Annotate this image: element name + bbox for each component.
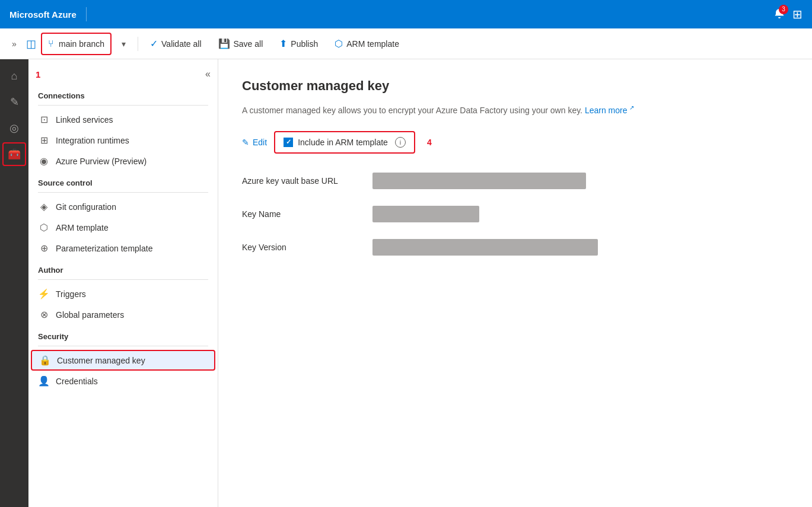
monitor-icon: ◎: [9, 122, 19, 135]
nav-item-credentials[interactable]: 👤 Credentials: [28, 371, 218, 391]
description-text: A customer managed key allows you to enc…: [242, 106, 582, 115]
main-layout: ⌂ ✎ ◎ 🧰 2 1 « Connections ⊡ Linked servi…: [0, 59, 812, 507]
save-icon: 💾: [218, 38, 230, 49]
azure-icon: ◫: [26, 37, 36, 50]
nav-item-integration-runtimes[interactable]: ⊞ Integration runtimes: [28, 130, 218, 151]
key-version-field: Key Version: [242, 239, 788, 256]
info-icon[interactable]: i: [395, 137, 406, 148]
connections-section-label: Connections: [28, 84, 218, 104]
include-arm-checkbox[interactable]: ✓: [284, 138, 293, 147]
branch-selector[interactable]: ⑂ main branch: [41, 33, 112, 55]
nav-item-customer-managed-key[interactable]: 3 🔒 Customer managed key: [31, 350, 215, 371]
arm-icon: ⬡: [335, 38, 343, 49]
checkbox-check-icon: ✓: [286, 138, 291, 146]
author-section-label: Author: [28, 259, 218, 278]
page-description: A customer managed key allows you to enc…: [242, 103, 788, 117]
publish-button[interactable]: ⬆ Publish: [272, 33, 325, 55]
integration-runtimes-icon: ⊞: [38, 135, 50, 146]
edit-button[interactable]: ✎ Edit: [242, 138, 267, 147]
icon-sidebar: ⌂ ✎ ◎ 🧰 2: [0, 59, 28, 507]
save-all-button[interactable]: 💾 Save all: [211, 33, 270, 55]
include-arm-template-container: ✓ Include in ARM template i: [274, 131, 415, 154]
arm-template-button[interactable]: ⬡ ARM template: [327, 33, 406, 55]
publish-icon: ⬆: [279, 38, 287, 49]
key-name-field: Key Name: [242, 206, 788, 222]
nav-item-arm-template[interactable]: ⬡ ARM template: [28, 217, 218, 238]
nav-item-triggers[interactable]: ⚡ Triggers: [28, 283, 218, 304]
key-name-value: [372, 206, 479, 222]
save-all-label: Save all: [234, 39, 263, 49]
sidebar-item-monitor[interactable]: ◎: [2, 116, 26, 140]
edit-row: ✎ Edit ✓ Include in ARM template i 4: [242, 131, 788, 154]
toolbar: » ◫ ⑂ main branch ▾ ✓ Validate all 💾 Sav…: [0, 28, 812, 59]
arm-template-label: ARM template: [346, 39, 399, 49]
expand-icon: »: [12, 39, 17, 49]
global-params-label: Global parameters: [56, 310, 124, 320]
azure-key-vault-url-value: [372, 173, 586, 189]
annotation-1: 1: [36, 69, 40, 79]
expand-button[interactable]: »: [5, 34, 24, 53]
git-config-icon: ◈: [38, 201, 50, 212]
learn-more-link[interactable]: Learn more ↗: [585, 106, 634, 115]
notification-badge: 3: [779, 5, 788, 14]
include-arm-label: Include in ARM template: [298, 138, 388, 147]
nav-item-linked-services[interactable]: ⊡ Linked services: [28, 109, 218, 130]
azure-key-vault-url-field: Azure key vault base URL: [242, 173, 788, 189]
external-link-icon: ↗: [629, 104, 634, 111]
arm-template-nav-icon: ⬡: [38, 222, 50, 233]
author-icon: ✎: [10, 95, 19, 109]
publish-label: Publish: [291, 39, 318, 49]
key-version-label: Key Version: [242, 243, 372, 252]
author-divider: [38, 279, 208, 280]
validate-all-button[interactable]: ✓ Validate all: [143, 33, 208, 55]
portal-icon[interactable]: ⊞: [792, 7, 803, 21]
top-bar-right: 3 ⊞: [773, 7, 803, 21]
info-icon-text: i: [400, 139, 401, 146]
branch-dropdown-button[interactable]: ▾: [114, 34, 133, 53]
nav-item-azure-purview[interactable]: ◉ Azure Purview (Preview): [28, 151, 218, 171]
param-template-label: Parameterization template: [56, 244, 152, 253]
customer-key-label: Customer managed key: [57, 356, 145, 365]
triggers-icon: ⚡: [38, 288, 50, 299]
param-template-icon: ⊕: [38, 243, 50, 254]
connections-divider: [38, 105, 208, 106]
collapse-sidebar-button[interactable]: «: [205, 69, 211, 79]
validate-icon: ✓: [150, 38, 158, 49]
security-section-label: Security: [28, 325, 218, 345]
top-bar-divider: [86, 7, 87, 21]
nav-item-git-configuration[interactable]: ◈ Git configuration: [28, 196, 218, 217]
nav-item-global-parameters[interactable]: ⊗ Global parameters: [28, 304, 218, 325]
app-title: Microsoft Azure: [9, 9, 77, 20]
sidebar-item-manage[interactable]: 🧰 2: [2, 142, 26, 166]
top-bar: Microsoft Azure 3 ⊞: [0, 0, 812, 28]
sidebar-item-home[interactable]: ⌂: [2, 64, 26, 88]
content-area: Customer managed key A customer managed …: [218, 59, 812, 507]
credentials-icon: 👤: [38, 375, 50, 387]
arm-template-nav-label: ARM template: [56, 223, 109, 232]
validate-all-label: Validate all: [161, 39, 201, 49]
annotation-4: 4: [427, 138, 432, 147]
security-divider: [38, 346, 208, 346]
edit-label: Edit: [253, 138, 267, 147]
triggers-label: Triggers: [56, 289, 86, 299]
sidebar-item-author[interactable]: ✎: [2, 90, 26, 114]
integration-runtimes-label: Integration runtimes: [56, 136, 129, 145]
notification-icon[interactable]: 3: [773, 8, 785, 21]
edit-pencil-icon: ✎: [242, 138, 249, 147]
nav-item-parameterization-template[interactable]: ⊕ Parameterization template: [28, 238, 218, 259]
nav-sidebar-header: 1 «: [28, 64, 218, 84]
dropdown-icon: ▾: [122, 39, 126, 49]
nav-sidebar: 1 « Connections ⊡ Linked services ⊞ Inte…: [28, 59, 218, 507]
learn-more-label: Learn more: [585, 106, 628, 115]
source-control-section-label: Source control: [28, 171, 218, 191]
page-title: Customer managed key: [242, 78, 788, 94]
git-config-label: Git configuration: [56, 202, 116, 212]
customer-key-icon: 🔒: [39, 355, 51, 366]
source-control-divider: [38, 192, 208, 193]
branch-icon: ⑂: [48, 39, 54, 49]
azure-purview-icon: ◉: [38, 155, 50, 167]
toolbar-separator-1: [138, 37, 138, 51]
linked-services-label: Linked services: [56, 115, 113, 125]
global-params-icon: ⊗: [38, 309, 50, 320]
key-version-value: [372, 239, 598, 256]
